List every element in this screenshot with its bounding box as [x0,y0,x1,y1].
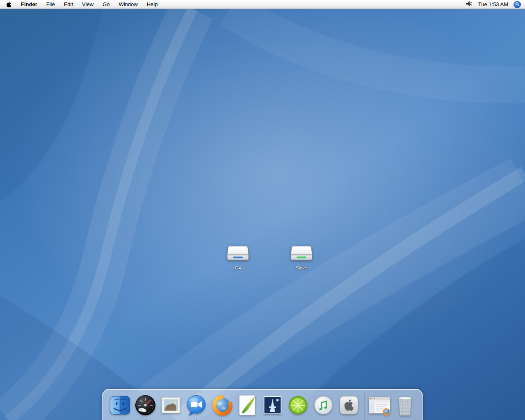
dock-pen-app-icon[interactable]: ▲ [235,393,260,418]
menu-clock[interactable]: Tue 1:53 AM [478,1,508,7]
menu-bar: Finder File Edit View Go Window Help Tue… [0,0,525,9]
desktop-volume-slave[interactable]: Slave [286,243,317,270]
menu-view[interactable]: View [82,1,94,7]
dock: ▲ ▲ [102,389,423,420]
dock-itunes-icon[interactable]: ▲ [311,393,336,418]
menu-help[interactable]: Help [147,1,158,7]
dock-limewire-icon[interactable]: ▲ [285,393,311,418]
dock-minimized-window[interactable]: ▲ [367,393,393,418]
spotlight-icon[interactable] [514,1,521,8]
apple-menu-icon[interactable] [6,1,12,8]
menu-window[interactable]: Window [119,1,137,7]
desktop-volume-g4[interactable]: G4 [223,243,253,270]
dock-firefox-icon[interactable]: ▲ [209,393,235,418]
menu-file[interactable]: File [46,1,55,7]
volume-icon[interactable] [466,1,473,8]
desktop-wallpaper: G4 Slave ▲ [0,9,525,420]
menu-go[interactable]: Go [103,1,110,7]
menu-edit[interactable]: Edit [64,1,73,7]
dock-apple-app-icon[interactable]: ▲ [336,393,362,418]
screen: Finder File Edit View Go Window Help Tue… [0,0,525,420]
volume-label-slave: Slave [286,265,317,270]
dock-ichat-icon[interactable]: ▲ [184,393,209,418]
dock-trash-icon[interactable]: ▲ [393,393,418,418]
hard-drive-icon [225,243,251,263]
dock-dashboard-icon[interactable]: ▲ [133,393,158,418]
dock-mail-icon[interactable]: ▲ [158,393,184,418]
dock-photo-app-icon[interactable]: ▲ [260,393,285,418]
volume-label-g4: G4 [223,265,253,270]
menu-app-name[interactable]: Finder [21,1,37,7]
dock-separator [364,393,365,420]
wallpaper-swirls [0,9,525,420]
dock-finder-icon[interactable]: ▲ [107,393,133,418]
hard-drive-icon [288,243,315,263]
